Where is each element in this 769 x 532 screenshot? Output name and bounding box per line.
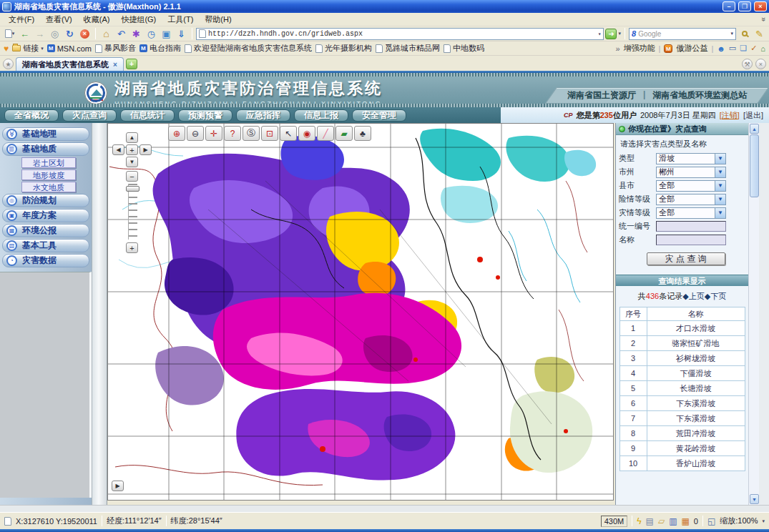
brush-icon[interactable]: ✓ <box>750 44 757 53</box>
table-row[interactable]: 10 香炉山滑坡 <box>619 456 745 471</box>
row-name[interactable]: 衫树垅滑坡 <box>647 351 745 366</box>
table-row[interactable]: 8 荒田冲滑坡 <box>619 426 745 441</box>
nav-tab[interactable]: 信息统计 <box>120 109 175 122</box>
zoom-dropdown-icon[interactable]: ▾ <box>762 518 765 524</box>
nav-tab[interactable]: 信息上报 <box>294 109 348 122</box>
table-row[interactable]: 7 下东溪滑坡 <box>619 411 745 426</box>
panel-splitter[interactable] <box>92 123 107 505</box>
map-tool-button[interactable]: ⊕ <box>168 126 185 141</box>
table-row[interactable]: 4 下僵滑坡 <box>619 366 745 381</box>
name-input[interactable] <box>656 235 726 245</box>
select-field[interactable]: 滑坡 ▼ <box>656 153 726 164</box>
table-row[interactable]: 6 下东溪滑坡 <box>619 396 745 411</box>
chevron-down-icon[interactable]: ▼ <box>715 181 725 191</box>
go-dropdown-icon[interactable]: ▾ <box>618 31 621 36</box>
table-row[interactable]: 1 才口水滑坡 <box>619 321 745 336</box>
new-tab-button[interactable]: + <box>126 59 137 69</box>
pan-center-button[interactable]: + <box>126 144 138 155</box>
book-icon[interactable]: ▥ <box>669 516 677 526</box>
sidebar-item[interactable]: ▧ 基本工具 <box>2 239 89 252</box>
favorites-star-icon[interactable]: ★ <box>3 59 14 69</box>
tab-close-icon[interactable]: × <box>113 61 117 69</box>
map-tool-button[interactable]: ╱ <box>317 126 334 141</box>
zoom-slider-track[interactable] <box>128 184 137 240</box>
sidebar-panel-icon[interactable]: ▣ <box>160 27 173 40</box>
pan-right-button-cross[interactable]: ▶ <box>139 144 152 155</box>
sidebar-item[interactable]: ▤ 基础地质 <box>2 142 89 156</box>
nav-tab[interactable]: 灾点查询 <box>62 109 117 122</box>
banner-link-land-dept[interactable]: 湖南省国土资源厅 <box>567 89 636 102</box>
link-item[interactable]: M电台指南 <box>139 43 181 54</box>
refresh-button[interactable]: ↻ <box>63 27 77 40</box>
row-name[interactable]: 下东溪滑坡 <box>647 396 745 411</box>
zoom-out-slider-button[interactable]: − <box>126 171 138 182</box>
next-page-link[interactable]: ◆下页 <box>705 292 726 300</box>
sidebar-item[interactable]: ◎ 防治规划 <box>2 194 89 207</box>
exit-link[interactable]: [退出] <box>743 110 763 121</box>
home-button[interactable]: ⌂ <box>99 27 113 40</box>
scroll-down-icon[interactable]: ▼ <box>750 494 759 504</box>
link-item[interactable]: 觅路城市精品网 <box>376 43 440 54</box>
boost-lightning-icon[interactable]: ϟ <box>637 516 641 526</box>
menu-item[interactable]: 文件(F) <box>3 13 40 26</box>
select-field[interactable]: 全部 ▼ <box>656 194 726 205</box>
search-box[interactable]: 8 Google ▾ <box>629 28 736 40</box>
chevron-down-icon[interactable]: ▼ <box>715 208 725 218</box>
undo-button[interactable]: ↶ <box>114 27 128 40</box>
sidebar-item[interactable]: ▣ 年度方案 <box>2 209 89 222</box>
zoom-slider-handle[interactable] <box>126 186 139 192</box>
pan-east-button[interactable]: ▶ <box>112 481 124 491</box>
link-item[interactable]: MMSN.com <box>47 44 92 53</box>
sidebar-item[interactable]: ▦ 环境公报 <box>2 224 89 237</box>
uniform-code-input[interactable] <box>656 221 726 232</box>
menu-item[interactable]: 收藏(A) <box>78 13 116 26</box>
menu-item[interactable]: 帮助(H) <box>199 13 237 26</box>
select-field[interactable]: 全部 ▼ <box>656 180 726 192</box>
map-tool-button[interactable]: Ⓢ <box>243 126 260 141</box>
address-dropdown-icon[interactable]: ▾ <box>598 31 602 37</box>
nav-tab[interactable]: 应急指挥 <box>236 109 290 122</box>
close-button[interactable]: × <box>754 1 767 11</box>
more-links-icon[interactable]: » <box>615 44 619 53</box>
stop-button[interactable]: × <box>78 27 92 40</box>
row-name[interactable]: 下东溪滑坡 <box>647 411 745 426</box>
window-titlebar[interactable]: 湖南省地质灾害信息系统 - 傲游(Maxthon) 2.1.1 – ❐ × <box>0 0 769 13</box>
select-field[interactable]: 郴州 ▼ <box>656 167 726 178</box>
address-bar[interactable]: http://dzzh.hndh.gov.cn/gridweb.aspx ▾ <box>196 28 604 40</box>
resize-icon[interactable]: ◱ <box>707 516 715 526</box>
highlight-pen-icon[interactable]: ✎ <box>753 27 766 40</box>
building-icon[interactable]: ⌂ <box>760 44 765 53</box>
pan-down-button[interactable]: ▼ <box>126 157 138 167</box>
map-tool-button[interactable]: ◉ <box>298 126 315 141</box>
chevron-down-icon[interactable]: ▼ <box>715 167 725 177</box>
table-row[interactable]: 2 骆家恒矿滑地 <box>619 336 745 351</box>
sidebar-subitem[interactable]: 岩土区划 <box>21 157 76 168</box>
history-clock-icon[interactable]: ◷ <box>145 27 158 40</box>
banner-link-monitor-station[interactable]: 湖南省地质环境监测总站 <box>652 89 747 102</box>
collector-heart-icon[interactable]: ♥ <box>4 44 9 54</box>
zoom-in-slider-button[interactable]: + <box>126 242 138 253</box>
link-item[interactable]: 暴风影音 <box>95 43 136 54</box>
sidebar-item[interactable]: ≫ 基础地理 <box>2 127 89 141</box>
sidebar-subitem[interactable]: 水文地质 <box>21 182 76 192</box>
printer-icon[interactable]: ▤ <box>646 516 654 526</box>
close-tabs-icon[interactable]: × <box>755 59 766 69</box>
vertical-scrollbar[interactable]: ▲ ▼ <box>748 123 759 505</box>
active-tab[interactable]: 湖南省地质灾害信息系统 × <box>16 57 124 71</box>
plus-features-link[interactable]: 增强功能 <box>624 43 655 54</box>
geologic-map-svg[interactable] <box>108 124 614 501</box>
row-name[interactable]: 黄花岭滑坡 <box>647 441 745 456</box>
map-tool-button[interactable]: ♣ <box>354 126 371 141</box>
minimize-button[interactable]: – <box>723 1 735 11</box>
row-name[interactable]: 下僵滑坡 <box>647 366 745 381</box>
select-field[interactable]: 全部 ▼ <box>656 207 726 219</box>
sidebar-item[interactable]: ◔ 灾害数据 <box>2 254 89 267</box>
map-tool-button[interactable]: ▰ <box>335 126 353 141</box>
search-button[interactable] <box>738 27 751 40</box>
geologic-map-viewport[interactable]: ⊕ ⊖ ✛ ? Ⓢ ⊡ ↖ ◉ ╱ ▰ ♣ ▲ ◀ + ▶ ▼ − + ▶ <box>107 123 614 501</box>
collapse-chevron-icon[interactable]: » <box>760 17 768 21</box>
nav-tab[interactable]: 全省概况 <box>4 109 59 122</box>
table-row[interactable]: 3 衫树垅滑坡 <box>619 351 745 366</box>
link-item[interactable]: 欢迎登陆湖南省地质灾害信息系统 <box>185 43 312 54</box>
prev-page-link[interactable]: ◆上页 <box>682 292 704 300</box>
